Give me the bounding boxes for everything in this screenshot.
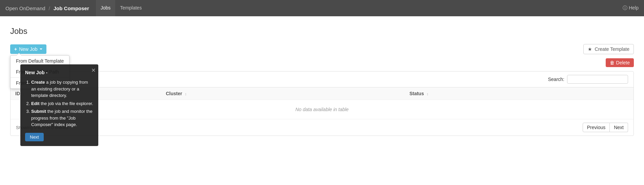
step3-bold: Submit xyxy=(31,109,46,114)
col-cluster[interactable]: Cluster ↕ xyxy=(161,87,405,100)
popover-close-button[interactable]: ✕ xyxy=(91,66,96,75)
tab-jobs[interactable]: Jobs xyxy=(96,0,116,16)
help-icon: ⓘ xyxy=(623,5,627,11)
popover-step-1: Create a job by copying from an existing… xyxy=(31,79,94,99)
navbar-tabs: Jobs Templates xyxy=(96,0,146,16)
popover-next-button[interactable]: Next xyxy=(25,133,44,141)
create-template-button[interactable]: ★ Create Template xyxy=(583,44,634,54)
no-data-row: No data available in table xyxy=(11,100,633,119)
pagination: Previous Next xyxy=(583,123,628,132)
sort-icon-status: ↕ xyxy=(427,92,429,96)
caret-icon xyxy=(40,48,42,50)
no-data-cell: No data available in table xyxy=(11,100,633,119)
step2-bold: Edit xyxy=(31,101,40,106)
new-job-popover: ✕ New Job - Create a job by copying from… xyxy=(20,64,98,146)
new-job-label: New Job xyxy=(19,46,37,52)
brand-text: Open OnDemand xyxy=(5,5,45,11)
new-job-wrapper: + New Job From Default Template From Spe… xyxy=(10,44,46,54)
search-bar: Search: xyxy=(11,71,633,87)
col-status[interactable]: Status ↕ xyxy=(405,87,633,100)
delete-button[interactable]: 🗑 Delete xyxy=(606,58,634,67)
page-title: Jobs xyxy=(10,26,634,36)
dropdown-arrow xyxy=(17,53,21,56)
next-button[interactable]: Next xyxy=(610,123,628,132)
step1-bold: Create xyxy=(31,80,45,85)
step2-text: the job via the file explorer. xyxy=(41,101,93,106)
sort-icon-cluster: ↕ xyxy=(185,92,187,96)
trash-icon: 🗑 xyxy=(610,60,615,65)
popover-title: New Job - xyxy=(25,69,94,76)
breadcrumb-separator: / xyxy=(49,5,50,11)
popover-steps: Create a job by copying from an existing… xyxy=(25,79,94,128)
help-link[interactable]: ⓘ Help xyxy=(623,5,639,11)
popover-step-2: Edit the job via the file explorer. xyxy=(31,100,94,107)
plus-icon: + xyxy=(14,46,17,52)
table-header-row: ID ↕ Cluster ↕ Status ↕ xyxy=(11,87,633,100)
new-job-button[interactable]: + New Job xyxy=(10,44,46,54)
table-footer: Showing 0 to 0 of 0 entries Previous Nex… xyxy=(11,119,633,136)
popover-step-3: Submit the job and monitor the progress … xyxy=(31,108,94,128)
action-bar: ▶ Submit ■ Stop 🗑 Delete xyxy=(10,58,634,67)
navbar-brand: Open OnDemand / Job Composer xyxy=(5,5,89,11)
jobs-table-container: Search: ID ↕ Cluster ↕ Status ↕ xyxy=(10,71,634,136)
toolbar: + New Job From Default Template From Spe… xyxy=(10,44,634,54)
app-name: Job Composer xyxy=(54,5,89,11)
search-label: Search: xyxy=(548,77,564,82)
search-input[interactable] xyxy=(567,75,628,84)
star-icon: ★ xyxy=(588,46,592,52)
navbar: Open OnDemand / Job Composer Jobs Templa… xyxy=(0,0,644,16)
previous-button[interactable]: Previous xyxy=(583,123,610,132)
jobs-table: ID ↕ Cluster ↕ Status ↕ No data availabl… xyxy=(11,87,633,119)
tab-templates[interactable]: Templates xyxy=(115,0,146,16)
